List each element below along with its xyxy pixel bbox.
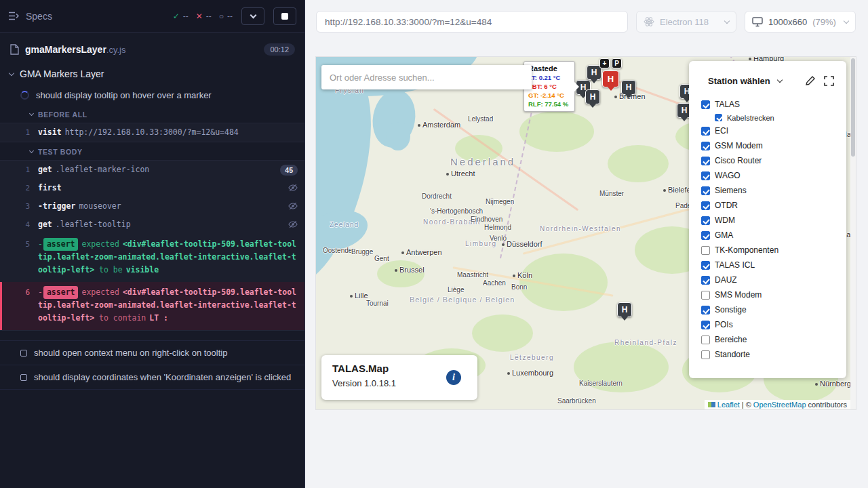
layer-checkbox[interactable]: [701, 127, 710, 136]
map-search: [321, 65, 532, 89]
command-number: 5: [0, 238, 38, 251]
layer-checkbox[interactable]: [701, 246, 710, 255]
map-label: Limburg: [465, 240, 497, 247]
layer-checkbox[interactable]: [701, 291, 710, 300]
aut-url-input[interactable]: http://192.168.10.33:3000/?m=12&u=484: [316, 11, 628, 33]
map-label: Lille: [350, 291, 368, 300]
map-label: Utrecht: [446, 169, 475, 178]
leaflet-map[interactable]: Fryslân Amsterdam Lelystad Nederland Utr…: [316, 57, 856, 409]
edit-pencil-icon[interactable]: [805, 76, 815, 86]
map-label: Lëtzebuerg: [510, 354, 554, 361]
browser-select[interactable]: Electron 118: [636, 11, 736, 33]
layer-checkbox[interactable]: [701, 186, 710, 195]
pending-square-icon: [20, 374, 27, 381]
specs-title[interactable]: Specs: [26, 11, 52, 22]
tooltip-row: RLF: 77.54 %: [528, 100, 570, 108]
parking-marker[interactable]: P: [612, 58, 622, 68]
hook-test-body[interactable]: TEST BODY: [0, 142, 304, 160]
layer-checkbox[interactable]: [701, 336, 710, 344]
chevron-down-icon[interactable]: [776, 77, 782, 83]
map-label: Eindhoven: [471, 216, 502, 223]
command-row[interactable]: 1 visithttp://192.168.10.33:3000/?m=12&u…: [0, 123, 304, 142]
layer-label: WAGO: [715, 171, 741, 180]
layer-checkbox[interactable]: [701, 350, 710, 359]
layer-checkbox[interactable]: [701, 216, 710, 225]
layer-label: Bereiche: [715, 335, 747, 344]
layer-item: TALAS ICL: [689, 258, 846, 272]
test-active[interactable]: should display tooltip on hover over a m…: [0, 85, 304, 105]
layer-checkbox[interactable]: [701, 142, 710, 150]
stat-passed: ✓--: [173, 12, 189, 21]
viewport-select[interactable]: 1000x660 (79%): [745, 11, 856, 33]
elements-count-badge: 45: [280, 165, 298, 176]
eye-slash-icon: [288, 220, 298, 229]
layer-checkbox[interactable]: [701, 276, 710, 285]
layer-checkbox[interactable]: [701, 157, 710, 165]
osm-link[interactable]: OpenStreetMap: [753, 401, 806, 409]
map-search-input[interactable]: [321, 73, 532, 83]
map-label: Tournai: [366, 300, 389, 307]
alert-station-marker[interactable]: H: [602, 70, 619, 87]
layer-label: ECI: [715, 126, 728, 136]
station-marker[interactable]: H: [585, 89, 600, 104]
test-body-commands: 1 get.leaflet-marker-icon 45 2 first 3 -…: [0, 160, 304, 331]
layer-checkbox[interactable]: [701, 171, 710, 180]
assert-failed-row[interactable]: 6 -assertexpected<div#leaflet-tooltip-50…: [0, 282, 304, 330]
layer-item: Sonstige: [689, 302, 846, 317]
command-name: visit: [38, 127, 62, 137]
specs-menu-icon[interactable]: [8, 11, 20, 21]
leaflet-link[interactable]: Leaflet: [717, 401, 740, 409]
station-marker[interactable]: H: [621, 80, 636, 95]
command-name: get: [38, 220, 52, 229]
command-row[interactable]: 1 get.leaflet-marker-icon 45: [0, 161, 304, 179]
layer-checkbox[interactable]: [701, 231, 710, 240]
command-row[interactable]: 2 first: [0, 179, 304, 197]
info-icon[interactable]: i: [446, 370, 461, 385]
station-select-label[interactable]: Station wählen: [708, 76, 770, 86]
layer-checkbox[interactable]: [701, 306, 710, 314]
layer-label: POIs: [715, 320, 733, 329]
command-row[interactable]: 4 get.leaflet-tooltip: [0, 216, 304, 234]
hook-before-all[interactable]: BEFORE ALL: [0, 105, 304, 123]
file-icon: [9, 44, 19, 55]
layer-checkbox[interactable]: [701, 321, 710, 329]
tooltip-row: FBT: 6 °C: [528, 82, 570, 91]
expand-icon[interactable]: [824, 76, 834, 86]
plus-marker[interactable]: +: [599, 58, 610, 68]
tooltip-row: GT: -2.14 °C: [528, 91, 570, 100]
layer-item: SMS Modem: [689, 287, 846, 302]
stage-header: http://192.168.10.33:3000/?m=12&u=484 El…: [316, 11, 857, 33]
map-label: Saarbrücken: [557, 397, 596, 405]
assert-passed-row[interactable]: 5 -assertexpected<div#leaflet-tooltip-50…: [0, 234, 304, 282]
assert-chip: assert: [43, 238, 79, 251]
layer-checkbox[interactable]: [701, 261, 710, 270]
map-label: Zeeland: [330, 221, 359, 228]
collapse-all-button[interactable]: [241, 7, 264, 25]
command-message: .leaflet-tooltip: [56, 220, 131, 229]
layer-checkbox[interactable]: [701, 201, 710, 210]
station-marker[interactable]: H: [617, 302, 632, 317]
stop-run-button[interactable]: [273, 7, 296, 25]
scrollbar-thumb[interactable]: [851, 58, 855, 157]
test-context-menu[interactable]: should open context menu on right-click …: [0, 340, 304, 365]
map-label: Rheinland-Pfalz: [614, 339, 677, 346]
cross-icon: ✕: [196, 12, 203, 20]
command-row[interactable]: 3 -triggermouseover: [0, 197, 304, 216]
map-label: Nederland: [450, 156, 515, 167]
map-label: Nordrhein-Westfalen: [540, 225, 621, 232]
tooltip-title: Rastede: [528, 64, 570, 73]
command-message: .leaflet-marker-icon: [56, 165, 149, 174]
layer-label: Kabelstrecken: [727, 114, 774, 122]
suite-gma-markers-layer[interactable]: GMA Markers Layer: [0, 62, 304, 85]
station-panel: Station wählen TALAS Kabelstrecken ECI G…: [689, 61, 846, 378]
layer-item: Siemens: [689, 183, 846, 198]
layer-label: GMA: [715, 230, 733, 240]
test-coordinates[interactable]: should display coordinates when 'Koordin…: [0, 365, 304, 390]
map-label: Maastricht: [457, 271, 488, 279]
layer-checkbox[interactable]: [701, 100, 710, 109]
map-label: Aachen: [483, 279, 506, 287]
layer-checkbox[interactable]: [715, 114, 722, 121]
layer-label: OTDR: [715, 201, 738, 210]
aut-scrollbar[interactable]: [850, 57, 856, 409]
spec-file-row[interactable]: gmaMarkersLayer.cy.js 00:12: [0, 43, 304, 56]
